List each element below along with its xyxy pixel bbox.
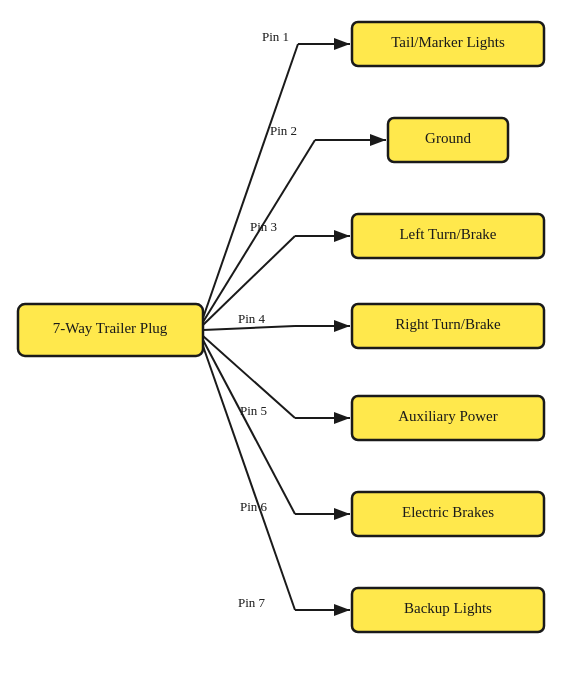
pin6-text: Pin 6	[240, 499, 268, 514]
pin1-line	[203, 44, 298, 318]
main-plug-label: 7-Way Trailer Plug	[53, 320, 168, 336]
pin7-text: Pin 7	[238, 595, 266, 610]
pin6-label: Electric Brakes	[402, 504, 494, 520]
pin2-label: Ground	[425, 130, 471, 146]
pin2-text: Pin 2	[270, 123, 297, 138]
pin7-line	[203, 346, 295, 610]
pin3-text: Pin 3	[250, 219, 277, 234]
pin4-text: Pin 4	[238, 311, 266, 326]
pin6-line	[203, 340, 295, 514]
pin7-label: Backup Lights	[404, 600, 492, 616]
pin1-text: Pin 1	[262, 29, 289, 44]
pin4-label: Right Turn/Brake	[395, 316, 501, 332]
pin1-label: Tail/Marker Lights	[391, 34, 505, 50]
pin3-label: Left Turn/Brake	[399, 226, 496, 242]
pin5-label: Auxiliary Power	[398, 408, 498, 424]
pin4-line	[203, 326, 295, 330]
